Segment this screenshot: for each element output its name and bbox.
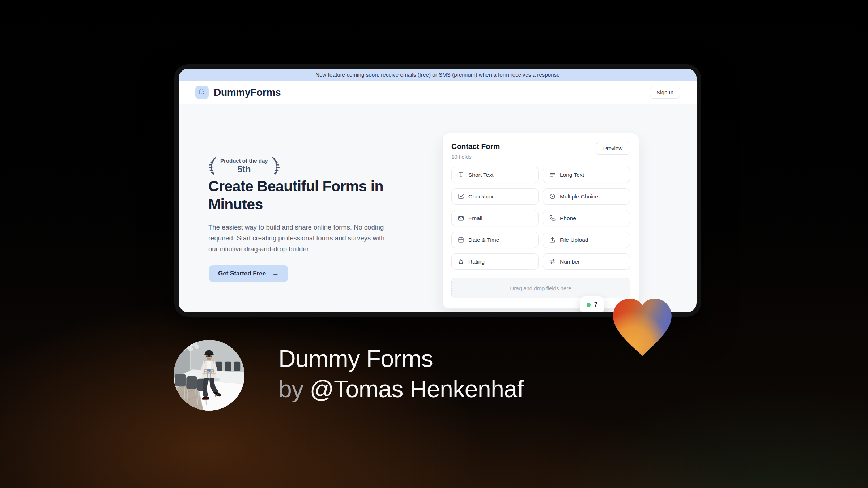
field-type-long-text[interactable]: Long Text <box>543 167 630 183</box>
hero-description: The easiest way to build and share onlin… <box>208 222 393 254</box>
field-label: Long Text <box>560 172 584 178</box>
caption-author: @Tomas Henkenhaf <box>310 376 524 402</box>
maker-avatar <box>174 340 244 411</box>
field-label: Multiple Choice <box>560 193 598 200</box>
field-label: Short Text <box>468 172 494 178</box>
laurel-right-icon <box>270 155 284 176</box>
caption-title: Dummy Forms <box>278 343 524 374</box>
form-builder-card: Contact Form 10 fields Preview Short Tex… <box>442 133 639 309</box>
align-left-icon <box>549 172 556 178</box>
field-type-number[interactable]: Number <box>543 253 630 270</box>
form-title: Contact Form <box>451 142 500 151</box>
logo-cursor-icon <box>195 86 209 99</box>
get-started-label: Get Started Free <box>218 270 266 277</box>
upload-icon <box>549 237 556 243</box>
field-type-phone[interactable]: Phone <box>543 210 630 226</box>
field-type-grid: Short Text Long Text Checkbox <box>451 167 630 270</box>
green-dot-icon <box>587 303 591 307</box>
brand-name: DummyForms <box>214 87 281 98</box>
preview-button[interactable]: Preview <box>596 142 630 155</box>
award-rank: 5th <box>237 164 251 175</box>
hero-heading: Create Beautiful Forms in Minutes <box>208 177 383 213</box>
caption: Dummy Forms by @Tomas Henkenhaf <box>278 343 524 404</box>
field-type-date-time[interactable]: Date & Time <box>451 232 539 248</box>
sign-in-button[interactable]: Sign In <box>650 86 680 99</box>
field-type-email[interactable]: Email <box>451 210 539 226</box>
star-icon <box>458 258 464 265</box>
announcement-banner: New feature coming soon: receive emails … <box>179 69 697 81</box>
checkbox-icon <box>458 193 464 200</box>
heart-icon <box>607 292 678 358</box>
field-label: Date & Time <box>468 237 499 243</box>
brand-logo[interactable]: DummyForms <box>195 86 281 99</box>
browser-window: New feature coming soon: receive emails … <box>174 64 701 317</box>
arrow-right-icon: → <box>272 270 279 278</box>
field-label: Rating <box>468 258 485 265</box>
get-started-button[interactable]: Get Started Free → <box>209 265 288 282</box>
hero-heading-line2: Minutes <box>208 196 263 213</box>
status-badge: 7 <box>580 296 604 312</box>
laurel-left-icon <box>204 155 218 176</box>
field-label: Email <box>468 215 482 222</box>
top-navigation: DummyForms Sign In <box>179 81 697 104</box>
dropzone-hint: Drag and drop fields here <box>510 285 571 291</box>
caption-by: by <box>278 376 303 402</box>
mail-icon <box>458 215 464 221</box>
field-label: Checkbox <box>468 193 493 200</box>
field-type-rating[interactable]: Rating <box>451 253 539 270</box>
app-page: New feature coming soon: receive emails … <box>179 69 697 312</box>
field-label: Number <box>560 258 580 265</box>
product-of-the-day-badge: Product of the day 5th <box>204 155 284 176</box>
field-type-multiple-choice[interactable]: Multiple Choice <box>543 188 630 205</box>
promo-canvas: New feature coming soon: receive emails … <box>0 0 868 488</box>
form-field-count: 10 fields <box>451 154 500 160</box>
radio-icon <box>549 193 556 200</box>
calendar-icon <box>458 237 464 243</box>
field-label: File Upload <box>560 237 588 243</box>
field-type-checkbox[interactable]: Checkbox <box>451 188 539 205</box>
type-icon <box>458 172 464 178</box>
phone-icon <box>549 215 556 221</box>
hero-heading-line1: Create Beautiful Forms in <box>208 178 383 194</box>
field-type-short-text[interactable]: Short Text <box>451 167 539 183</box>
hash-icon <box>549 258 556 265</box>
announcement-text: New feature coming soon: receive emails … <box>315 72 560 78</box>
award-title: Product of the day <box>220 158 268 164</box>
field-label: Phone <box>560 215 576 222</box>
status-badge-text: 7 <box>594 301 597 308</box>
form-dropzone[interactable]: Drag and drop fields here <box>451 278 630 298</box>
field-type-file-upload[interactable]: File Upload <box>543 232 630 248</box>
